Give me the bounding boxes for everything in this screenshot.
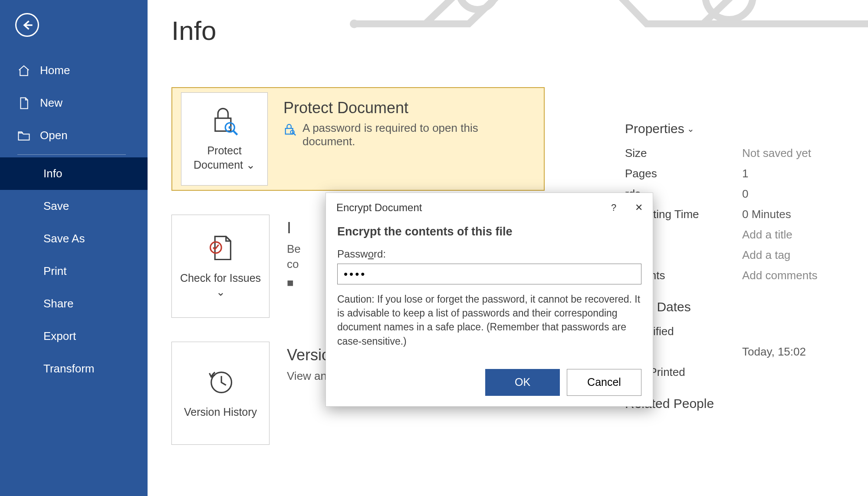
dialog-title: Encrypt Document <box>336 202 601 214</box>
nav-transform[interactable]: Transform <box>0 352 148 385</box>
nav-share[interactable]: Share <box>0 287 148 320</box>
prop-words: rds0 <box>625 187 851 201</box>
nav-label: Open <box>40 129 68 142</box>
nav-export[interactable]: Export <box>0 320 148 352</box>
nav-label: Print <box>43 264 66 278</box>
svg-point-5 <box>229 126 231 129</box>
history-icon <box>206 368 235 397</box>
related-people-header: Related People <box>625 396 851 411</box>
action-label: Check for Issues ⌄ <box>177 271 264 299</box>
prop-editing-time: al Editing Time0 Minutes <box>625 208 851 221</box>
protect-document-button[interactable]: Protect Document ⌄ <box>181 92 268 186</box>
action-label: Version History <box>184 405 257 419</box>
prop-pages: Pages1 <box>625 167 851 180</box>
dialog-titlebar: Encrypt Document ? ✕ <box>326 193 653 222</box>
prop-created: eatedToday, 15:02 <box>625 345 851 359</box>
home-icon <box>17 64 30 77</box>
nav-label: Export <box>43 330 76 343</box>
encrypt-document-dialog: Encrypt Document ? ✕ Encrypt the content… <box>326 193 653 407</box>
nav-label: Transform <box>43 362 95 375</box>
nav-save-as[interactable]: Save As <box>0 222 148 255</box>
backstage-sidebar: Home New Open Info Save Save As Print Sh… <box>0 0 148 496</box>
nav-label: New <box>40 96 62 110</box>
document-icon <box>17 97 30 110</box>
folder-open-icon <box>17 129 30 142</box>
protect-document-section: Protect Document ⌄ Protect Document A pa… <box>171 87 545 191</box>
nav-divider <box>17 154 126 155</box>
check-text: I Be co ■ <box>270 215 301 290</box>
protect-detail: Protect Document A password is required … <box>268 88 544 157</box>
related-dates-header: lated Dates <box>625 300 851 314</box>
protect-title: Protect Document <box>283 99 526 117</box>
prop-size: SizeNot saved yet <box>625 147 851 160</box>
check-desc1: Be <box>287 241 301 257</box>
action-label: Protect Document ⌄ <box>187 144 262 172</box>
prop-title[interactable]: eAdd a title <box>625 228 851 241</box>
check-title: I <box>287 219 301 237</box>
svg-point-1 <box>459 0 496 10</box>
ok-button[interactable]: OK <box>485 369 560 396</box>
nav-save[interactable]: Save <box>0 190 148 222</box>
check-desc2: co <box>287 257 301 272</box>
prop-last-modified: t Modified <box>625 325 851 338</box>
inspect-document-icon <box>206 234 235 263</box>
nav-label: Info <box>43 167 62 180</box>
properties-panel: Properties ⌄ SizeNot saved yet Pages1 rd… <box>625 121 851 421</box>
nav-label: Save <box>43 199 69 213</box>
dialog-close-button[interactable]: ✕ <box>626 199 651 216</box>
check-issues-button[interactable]: Check for Issues ⌄ <box>171 215 270 318</box>
nav-label: Share <box>43 297 73 310</box>
svg-rect-3 <box>215 118 231 131</box>
properties-header[interactable]: Properties ⌄ <box>625 121 851 136</box>
nav-print[interactable]: Print <box>0 255 148 287</box>
nav-label: Home <box>40 64 70 77</box>
prop-last-printed: Last Printed <box>625 365 851 379</box>
dialog-help-button[interactable]: ? <box>601 199 626 216</box>
nav-home[interactable]: Home <box>0 54 148 87</box>
prop-comments[interactable]: mmentsAdd comments <box>625 269 851 282</box>
nav-label: Save As <box>43 232 85 245</box>
prop-tags[interactable]: sAdd a tag <box>625 248 851 262</box>
svg-rect-6 <box>286 128 293 134</box>
lock-icon <box>283 123 296 136</box>
cancel-button[interactable]: Cancel <box>567 369 641 396</box>
protect-description: A password is required to open this docu… <box>302 121 526 148</box>
chevron-down-icon: ⌄ <box>216 286 225 298</box>
dialog-caution-text: Caution: If you lose or forget the passw… <box>337 292 641 348</box>
nav-info[interactable]: Info <box>0 157 148 190</box>
password-input[interactable] <box>337 264 641 284</box>
password-label: Password: <box>337 248 641 260</box>
page-title: Info <box>171 15 844 46</box>
bullet: ■ <box>287 275 301 290</box>
dialog-heading: Encrypt the contents of this file <box>337 225 641 238</box>
nav-open[interactable]: Open <box>0 119 148 152</box>
version-history-button[interactable]: Version History <box>171 342 270 445</box>
nav-new[interactable]: New <box>0 87 148 119</box>
lock-key-icon <box>210 106 239 136</box>
back-button[interactable] <box>15 13 39 37</box>
chevron-down-icon: ⌄ <box>246 159 255 171</box>
chevron-down-icon: ⌄ <box>687 124 694 134</box>
